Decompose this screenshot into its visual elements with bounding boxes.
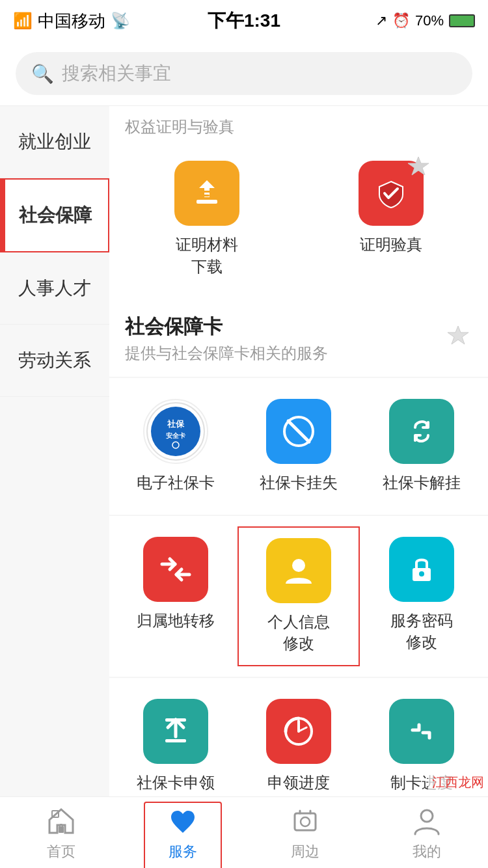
- zhengming-download-label: 证明材料下载: [176, 234, 238, 277]
- gerenziliao-label: 个人信息修改: [267, 611, 330, 655]
- shenling-jindu-icon: [266, 699, 331, 764]
- icon-jieguai[interactable]: 社保卡解挂: [360, 388, 483, 504]
- mine-icon: [410, 804, 444, 838]
- nav-home-label: 首页: [47, 842, 75, 861]
- grid-2: 归属地转移 个人信息修改: [109, 516, 488, 677]
- svg-rect-28: [295, 813, 316, 830]
- eshebaoka-icon: 社保 安全卡: [143, 399, 208, 464]
- svg-text:社保: 社保: [167, 419, 185, 429]
- nearby-icon: [288, 804, 322, 838]
- shebao-card-title: 社会保障卡: [125, 314, 472, 340]
- main-layout: 就业创业 社会保障 人事人才 劳动关系 权益证明与验真: [0, 106, 488, 868]
- status-bar: 📶 中国移动 📡 下午1:31 ↗ ⏰ 70%: [0, 0, 488, 42]
- service-icon: [166, 804, 200, 838]
- battery-label: 70%: [415, 12, 444, 29]
- svg-point-29: [301, 817, 310, 826]
- svg-text:安全卡: 安全卡: [165, 432, 186, 439]
- svg-text:0: 0: [59, 822, 64, 832]
- alarm-icon: ⏰: [392, 12, 410, 29]
- guashi-icon: [266, 399, 331, 464]
- guashi-label: 社保卡挂失: [260, 472, 338, 494]
- shebao-card-subtitle: 提供与社会保障卡相关的服务: [125, 343, 472, 364]
- mima-label: 服务密码修改: [390, 610, 453, 653]
- status-time: 下午1:31: [208, 8, 280, 33]
- nav-item-mine[interactable]: 我的: [366, 804, 489, 861]
- gerenziliao-icon: [266, 538, 331, 603]
- status-left: 📶 中国移动 📡: [13, 10, 130, 33]
- nav-nearby-label: 周边: [291, 842, 319, 861]
- svg-marker-4: [408, 157, 429, 175]
- icon-zhengming-download[interactable]: 证明材料下载: [115, 153, 299, 285]
- svg-rect-17: [165, 718, 186, 722]
- guishudizhongyi-label: 归属地转移: [137, 610, 215, 632]
- shenbao-shenling-label: 社保卡申领: [137, 772, 215, 794]
- jieguai-icon: [389, 399, 454, 464]
- mima-icon: [389, 537, 454, 602]
- prev-subtitle: 权益证明与验真: [125, 114, 472, 148]
- zhengming-yanzheng-label: 证明验真: [360, 234, 422, 256]
- guishudizhongyi-icon: [143, 537, 208, 602]
- svg-point-15: [419, 571, 424, 576]
- sidebar-item-shebao[interactable]: 社会保障: [0, 178, 109, 252]
- icon-mima[interactable]: 服务密码修改: [360, 526, 483, 666]
- nav-item-service[interactable]: 服务: [122, 804, 245, 861]
- nav-item-home[interactable]: 0 首页: [0, 804, 122, 861]
- zhika-jindu-icon: [389, 699, 454, 764]
- nav-service-label: 服务: [169, 842, 197, 861]
- zhengming-download-icon: [174, 161, 239, 226]
- search-bar: 🔍 搜索相关事宜: [0, 42, 488, 106]
- icon-guishudizhongyi[interactable]: 归属地转移: [115, 526, 237, 666]
- svg-point-13: [292, 559, 305, 572]
- nav-mine-label: 我的: [413, 842, 441, 861]
- sidebar-item-laodong[interactable]: 劳动关系: [0, 325, 109, 397]
- location-icon: ↗: [375, 12, 387, 29]
- sidebar-item-jiuye[interactable]: 就业创业: [0, 106, 109, 178]
- eshebaoka-label: 电子社保卡: [137, 472, 215, 494]
- partial-icons-row: 证明材料下载 证明验真: [109, 148, 488, 301]
- nav-item-nearby[interactable]: 周边: [244, 804, 366, 861]
- watermark: 江西龙网: [428, 772, 488, 793]
- svg-marker-5: [448, 326, 468, 344]
- bottom-nav: 0 首页 服务 周边: [0, 796, 488, 868]
- battery-icon: [449, 14, 475, 27]
- icon-guashi[interactable]: 社保卡挂失: [237, 388, 360, 504]
- svg-rect-1: [197, 200, 217, 204]
- icon-zhengming-yanzheng[interactable]: 证明验真: [299, 153, 483, 285]
- search-input-wrap[interactable]: 🔍 搜索相关事宜: [16, 52, 472, 95]
- sidebar-item-renshi[interactable]: 人事人才: [0, 252, 109, 325]
- signal-icon: 📶: [13, 12, 33, 30]
- status-right: ↗ ⏰ 70%: [375, 12, 475, 29]
- svg-point-32: [421, 810, 433, 822]
- icon-eshebaoka[interactable]: 社保 安全卡 电子社保卡: [115, 388, 237, 504]
- svg-rect-2: [199, 191, 215, 193]
- grid-1: 社保 安全卡 电子社保卡 社保卡挂失: [109, 378, 488, 515]
- sidebar: 就业创业 社会保障 人事人才 劳动关系: [0, 106, 109, 868]
- search-placeholder: 搜索相关事宜: [62, 61, 171, 86]
- svg-rect-3: [199, 195, 210, 197]
- svg-rect-16: [165, 739, 186, 742]
- content-area: 权益证明与验真 证明材料下载: [109, 106, 488, 868]
- svg-line-12: [288, 421, 309, 442]
- jieguai-label: 社保卡解挂: [383, 472, 461, 494]
- shebao-card-section: 社会保障卡 提供与社会保障卡相关的服务: [109, 301, 488, 377]
- carrier-label: 中国移动: [38, 10, 105, 33]
- home-icon: 0: [44, 804, 78, 838]
- shenbao-shenling-icon: [143, 699, 208, 764]
- icon-gerenziliao[interactable]: 个人信息修改: [237, 526, 360, 666]
- wifi-icon: 📡: [111, 12, 130, 30]
- search-icon: 🔍: [31, 63, 54, 85]
- prev-section-hint: 权益证明与验真: [109, 106, 488, 148]
